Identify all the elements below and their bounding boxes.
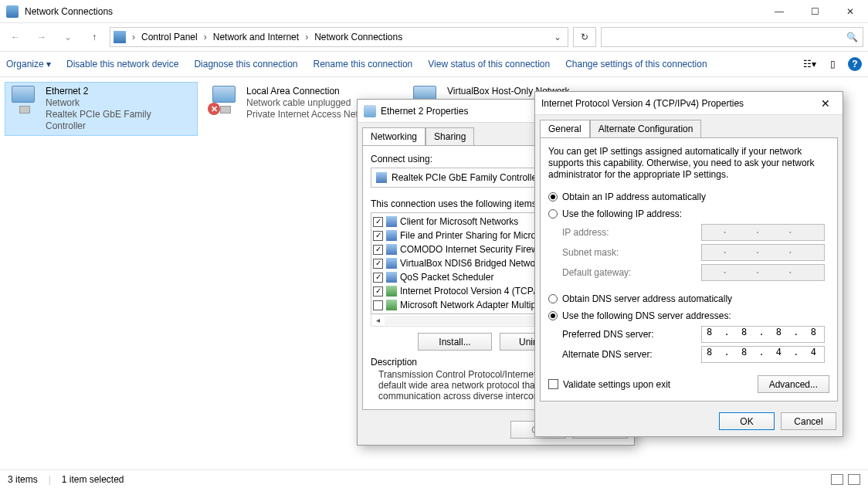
tab-sharing[interactable]: Sharing — [426, 127, 474, 145]
dialog-close-button[interactable]: ✕ — [815, 97, 836, 110]
radio-manual-ip[interactable]: Use the following IP address: — [548, 205, 829, 222]
close-button[interactable]: ✕ — [832, 0, 868, 23]
up-button[interactable]: ↑ — [83, 26, 105, 48]
error-badge-icon: ✕ — [208, 103, 220, 115]
preferred-dns-input[interactable]: 8 . 8 . 8 . 8 — [701, 326, 825, 343]
window-title: Network Connections — [25, 6, 113, 17]
cmd-disable[interactable]: Disable this network device — [66, 59, 178, 69]
label-mask: Subnet mask: — [562, 247, 701, 258]
component-icon — [386, 230, 397, 241]
location-icon — [114, 31, 126, 43]
maximize-button[interactable]: ☐ — [797, 0, 832, 23]
tab-networking[interactable]: Networking — [362, 127, 426, 145]
ipv4-properties-dialog: Internet Protocol Version 4 (TCP/IPv4) P… — [534, 91, 843, 437]
breadcrumb-3[interactable]: Network Connections — [314, 32, 402, 42]
checkbox-icon[interactable] — [373, 259, 383, 269]
alternate-dns-input[interactable]: 8 . 8 . 4 . 4 — [701, 346, 825, 363]
checkbox-icon[interactable] — [373, 286, 383, 297]
ip-address-input: . . . — [701, 224, 825, 241]
checkbox-icon[interactable] — [373, 245, 383, 255]
component-icon — [386, 300, 397, 310]
app-icon — [6, 5, 19, 18]
tab-alternate[interactable]: Alternate Configuration — [590, 120, 702, 137]
search-input[interactable]: 🔍 — [601, 27, 863, 47]
ok-button[interactable]: OK — [719, 412, 775, 430]
subnet-mask-input: . . . — [701, 244, 825, 261]
radio-auto-dns[interactable]: Obtain DNS server address automatically — [548, 290, 829, 307]
dialog-title: Internet Protocol Version 4 (TCP/IPv4) P… — [541, 98, 744, 109]
nav-bar: ← → ⌄ ↑ Control Panel Network and Intern… — [0, 23, 868, 51]
adapter-name: Local Area Connection — [246, 86, 378, 97]
label-validate: Validate settings upon exit — [563, 379, 670, 390]
install-button[interactable]: Install... — [418, 333, 492, 351]
forward-button[interactable]: → — [31, 26, 53, 48]
adapter-select-value: Realtek PCIe GbE Family Controller — [392, 172, 540, 183]
component-icon — [386, 272, 397, 283]
component-icon — [386, 258, 397, 269]
cmd-change-settings[interactable]: Change settings of this connection — [565, 59, 707, 69]
component-icon — [386, 216, 397, 227]
gateway-input: . . . — [701, 264, 825, 281]
adapter-item-ethernet2[interactable]: Ethernet 2 Network Realtek PCIe GbE Fami… — [5, 82, 198, 136]
minimize-button[interactable]: — — [761, 0, 797, 23]
adapter-mini-icon — [376, 172, 387, 183]
status-count: 3 items — [8, 474, 38, 485]
address-dropdown[interactable]: ⌄ — [551, 32, 565, 42]
adapter-name: Ethernet 2 — [46, 86, 194, 97]
radio-icon — [548, 209, 558, 219]
checkbox-icon[interactable] — [373, 231, 383, 241]
tab-general[interactable]: General — [540, 120, 590, 137]
cmd-view-status[interactable]: View status of this connection — [428, 59, 550, 69]
view-options-icon[interactable]: ☷▾ — [802, 56, 817, 72]
breadcrumb-1[interactable]: Control Panel — [141, 32, 198, 42]
advanced-button[interactable]: Advanced... — [758, 375, 829, 393]
label-gateway: Default gateway: — [562, 267, 701, 278]
network-adapter-icon — [8, 86, 39, 114]
radio-icon — [548, 311, 558, 320]
status-selected: 1 item selected — [62, 474, 124, 485]
radio-icon — [548, 192, 558, 202]
blurb-text: You can get IP settings assigned automat… — [548, 146, 829, 181]
adapter-status: Network — [46, 97, 194, 109]
address-bar[interactable]: Control Panel Network and Internet Netwo… — [110, 27, 568, 47]
label-ip: IP address: — [562, 227, 701, 238]
checkbox-icon[interactable] — [373, 217, 383, 227]
help-icon[interactable]: ? — [848, 57, 862, 71]
radio-icon — [548, 294, 558, 303]
label-preferred-dns: Preferred DNS server: — [562, 329, 701, 340]
dialog-icon — [364, 105, 376, 117]
cancel-button[interactable]: Cancel — [781, 412, 836, 430]
cmd-rename[interactable]: Rename this connection — [314, 59, 413, 69]
cmd-diagnose[interactable]: Diagnose this connection — [194, 59, 297, 69]
organize-menu[interactable]: Organize ▾ — [6, 59, 51, 69]
status-bar: 3 items | 1 item selected — [0, 469, 868, 488]
adapter-desc: Realtek PCIe GbE Family Controller — [46, 109, 194, 132]
view-large-icon[interactable] — [848, 474, 860, 485]
dialog-title: Ethernet 2 Properties — [381, 106, 468, 117]
component-icon — [386, 244, 397, 255]
validate-checkbox[interactable] — [548, 379, 558, 389]
label-alternate-dns: Alternate DNS server: — [562, 349, 701, 360]
recent-dropdown[interactable]: ⌄ — [57, 26, 79, 48]
command-bar: Organize ▾ Disable this network device D… — [0, 51, 868, 77]
breadcrumb-2[interactable]: Network and Internet — [213, 32, 299, 42]
radio-auto-ip[interactable]: Obtain an IP address automatically — [548, 188, 829, 205]
refresh-button[interactable]: ↻ — [573, 27, 596, 47]
view-details-icon[interactable] — [831, 474, 843, 485]
component-icon — [386, 286, 397, 297]
window-titlebar: Network Connections — ☐ ✕ — [0, 0, 868, 23]
back-button[interactable]: ← — [5, 26, 26, 48]
search-icon: 🔍 — [846, 32, 858, 42]
network-adapter-icon: ✕ — [209, 86, 240, 114]
radio-manual-dns[interactable]: Use the following DNS server addresses: — [548, 307, 829, 324]
checkbox-icon[interactable] — [373, 300, 383, 310]
checkbox-icon[interactable] — [373, 273, 383, 283]
preview-pane-icon[interactable]: ▯ — [825, 56, 840, 72]
